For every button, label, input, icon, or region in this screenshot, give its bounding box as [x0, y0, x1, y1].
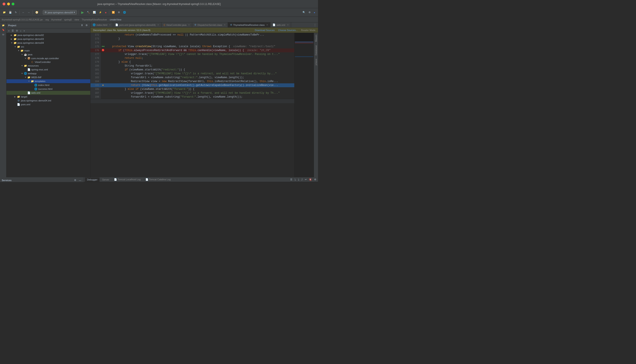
tree-item-main[interactable]: ▼ 📁 main [6, 49, 90, 52]
help-btn[interactable]: ● [312, 10, 316, 14]
run-btn[interactable]: ▶ [80, 10, 85, 15]
tree-item-resources[interactable]: ▼ 📁 resources [6, 64, 90, 68]
database-panel-label[interactable]: Database [314, 44, 318, 57]
sync-btn[interactable]: ↻ [14, 10, 18, 14]
tree-item-success-html[interactable]: 🌐 success.html [6, 87, 90, 91]
vcs-btn[interactable]: 🔀 [111, 10, 116, 14]
close-button[interactable] [2, 2, 6, 6]
code-editor[interactable]: 172 return (viewNamesToBeProcessed == nu… [90, 33, 294, 177]
tab-pom-xml[interactable]: 📄 pom.xml (java-springmvc-demo04) ✕ [113, 22, 161, 27]
breadcrumb-item-1[interactable]: org [45, 18, 49, 21]
debugger-tab-localhost-log[interactable]: 📄 Tomcat Localhost Log [112, 177, 143, 182]
debugger-run-cursor-btn[interactable]: ↩ [304, 178, 308, 181]
code-line-176: 176 🔴 if (!this.alwaysProcessRedirectAnd… [90, 48, 294, 52]
choose-sources-btn[interactable]: Choose Sources... [278, 29, 298, 32]
tab-close-icon[interactable]: ✕ [224, 24, 226, 26]
horizontal-scrollbar[interactable] [90, 99, 294, 103]
filter-btn[interactable]: ☰ [11, 29, 15, 32]
tree-item-pom[interactable]: 📄 pom.xml [6, 102, 90, 106]
tree-item-templates[interactable]: ▼ 📁 templates [6, 79, 90, 83]
debugger-step-into-btn[interactable]: ⤵ [297, 178, 300, 181]
new-file-btn[interactable]: + [7, 29, 10, 32]
debugger-restore-layout-btn[interactable]: ☰ [289, 178, 293, 181]
code-line-177: 177 vrlogger.trace("[THYMELEAF] View \"{… [90, 52, 294, 56]
download-sources-btn[interactable]: Download Sources [255, 29, 275, 32]
tabs-more-btn[interactable]: ⋮ [312, 24, 318, 26]
debugger-mute-btn[interactable]: 🔇 [308, 178, 313, 181]
left-sidebar: 📁 🔖 🗂 [0, 22, 6, 177]
tab-close-icon[interactable]: ✕ [188, 24, 190, 26]
settings-btn[interactable]: ⚙ [85, 24, 88, 27]
tree-item-viewcontroller[interactable]: C ViewController [6, 60, 90, 64]
breadcrumb-item-2[interactable]: thymeleaf [51, 18, 62, 21]
coverage-btn[interactable]: 📊 [92, 10, 97, 14]
open-folder-btn[interactable]: 📁 [2, 10, 7, 14]
jclassi-panel-label[interactable]: jclassi [314, 57, 318, 67]
tree-item-controller-pkg[interactable]: ▼ 📦 com.mcode.api.controller [6, 56, 90, 60]
tree-item-index-html[interactable]: 🌐 index.html [6, 83, 90, 87]
settings-gear-btn[interactable]: ⚙ [308, 10, 312, 14]
tab-web-xml[interactable]: 📄 web.xml ✕ [270, 22, 291, 27]
debugger-toolbar-right: ☰ ⤵ ⤵ ⤴ ↩ 🔇 ⚙ [289, 178, 317, 181]
debugger-panel: Debugger Server 📄 Tomcat Localhost Log 📄… [84, 177, 318, 182]
tree-item-java[interactable]: ▼ ☕ java [6, 52, 90, 56]
tree-item-spring-mvc-xml[interactable]: 📄 spring-mvc.xml [6, 68, 90, 72]
debugger-settings-btn[interactable]: ⚙ [313, 178, 317, 181]
breadcrumb-item-4[interactable]: view [74, 18, 79, 21]
tree-item-webapp[interactable]: ▼ 🌐 webapp [6, 72, 90, 76]
collapse-all-btn[interactable]: ⬆ [80, 24, 84, 27]
expand-all-btn[interactable]: ↕ [19, 29, 22, 32]
tab-index-html[interactable]: 🌐 index.html ✕ [90, 22, 113, 27]
maximize-button[interactable] [12, 2, 14, 6]
breadcrumb-item-3[interactable]: spring5 [64, 18, 72, 21]
project-selector[interactable]: ⚙ java-springmvc-demo04 ▾ [43, 10, 77, 15]
debugger-step-out-btn[interactable]: ⤴ [300, 178, 304, 181]
tree-item-demo02[interactable]: ▶ 📁 java-springmvc-demo02 [6, 33, 90, 37]
navigate-btn[interactable]: 🧭 [34, 10, 40, 14]
search-everywhere-btn[interactable]: 🔍 [302, 10, 306, 14]
catalina-log-icon: 📄 [146, 178, 148, 181]
tab-close-icon[interactable]: ✕ [109, 24, 111, 26]
tab-close-icon[interactable]: ✕ [287, 24, 289, 26]
profile-btn[interactable]: ⚡ [98, 10, 103, 14]
minimize-button[interactable] [7, 2, 10, 6]
tab-thymeleaf-resolver[interactable]: ⚙ ThymeleafViewResolver.class ✕ [228, 22, 270, 27]
stop-btn[interactable]: ■ [104, 10, 108, 14]
tab-icon: 📄 [272, 24, 276, 26]
tab-dispatcher-servlet[interactable]: ⚙ DispatcherServlet.class ✕ [192, 22, 228, 27]
tree-item-src[interactable]: ▼ 📁 src [6, 45, 90, 49]
back-btn[interactable]: ← [21, 10, 26, 14]
add-content-btn[interactable]: + [22, 29, 26, 32]
debugger-tab-server[interactable]: Server [100, 178, 111, 182]
settings-btn[interactable]: ⚙ [117, 10, 121, 14]
tree-item-webinf[interactable]: ▼ 📁 WEB-INF [6, 76, 90, 79]
structure-btn[interactable]: 🗂 [1, 32, 5, 36]
breadcrumb-item-0[interactable]: thymeleaf-spring5-3.0.11.RELEASE.jar [2, 18, 43, 21]
project-file-tree: ▶ 📁 java-springmvc-demo02 ▶ 📁 java-sprin… [6, 33, 90, 177]
tab-close-icon[interactable]: ✕ [266, 24, 268, 26]
tab-close-icon[interactable]: ✕ [157, 24, 159, 26]
breadcrumb-item-6[interactable]: createView [110, 18, 121, 21]
save-btn[interactable]: 💾 [8, 10, 13, 14]
services-gear-btn[interactable]: — [78, 178, 82, 182]
scroll-from-source-btn[interactable]: ⊙ [15, 29, 19, 32]
bookmarks-btn[interactable]: 🔖 [1, 28, 6, 32]
tree-item-iml[interactable]: ⚙ java-springmvc-demo04.iml [6, 99, 90, 102]
tree-item-demo03[interactable]: ▶ 📁 java-springmvc-demo03 [6, 37, 90, 41]
debugger-step-over-btn[interactable]: ⤵ [294, 178, 297, 181]
code-line-187: 187 vrlogger.trace("[THYMELEAF] View \"{… [90, 91, 294, 95]
build-btn[interactable]: 🔨 [86, 10, 91, 14]
forward-btn[interactable]: → [26, 10, 31, 14]
translate-btn[interactable]: 🌐 [122, 10, 127, 14]
tree-item-web-xml[interactable]: 📄 web.xml [6, 91, 90, 95]
debugger-tab-catalina-log[interactable]: 📄 Tomcat Catalina Log [143, 177, 173, 182]
project-panel-btn[interactable]: 📁 [1, 23, 6, 27]
project-panel-actions: ⬆ ⚙ [80, 24, 88, 27]
tree-item-target[interactable]: ▶ 📁 target [6, 95, 90, 99]
debugger-tab-debugger[interactable]: Debugger [85, 178, 100, 182]
maven-panel-label[interactable]: Maven [314, 33, 318, 44]
services-settings-btn[interactable]: ⚙ [73, 178, 77, 182]
breadcrumb-item-5[interactable]: ThymeleafViewResolver [82, 18, 107, 21]
tree-item-demo04[interactable]: ▼ 📁 java-springmvc-demo04 [6, 41, 90, 45]
tab-viewcontroller[interactable]: C ViewController.java ✕ [161, 22, 192, 27]
